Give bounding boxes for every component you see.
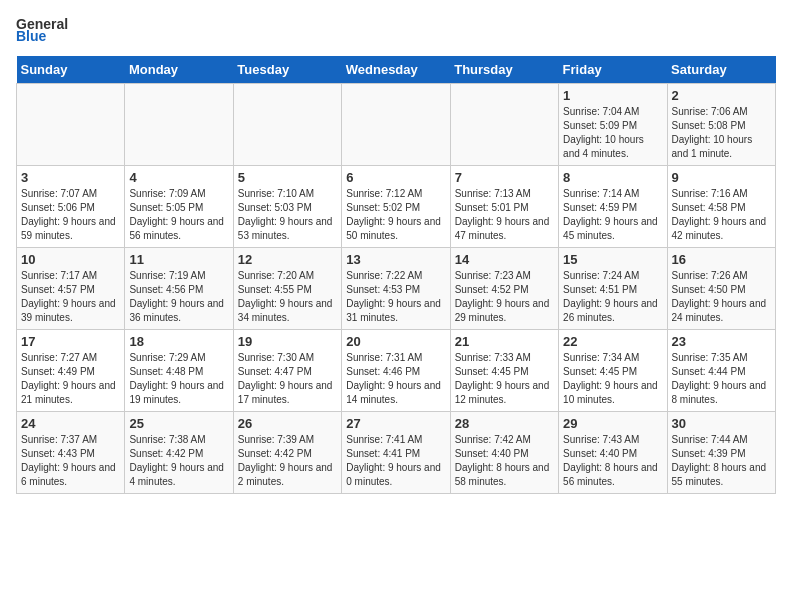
day-number: 1 [563, 88, 662, 103]
calendar-cell: 7Sunrise: 7:13 AM Sunset: 5:01 PM Daylig… [450, 166, 558, 248]
day-info: Sunrise: 7:31 AM Sunset: 4:46 PM Dayligh… [346, 351, 445, 407]
day-info: Sunrise: 7:09 AM Sunset: 5:05 PM Dayligh… [129, 187, 228, 243]
calendar-cell: 18Sunrise: 7:29 AM Sunset: 4:48 PM Dayli… [125, 330, 233, 412]
day-number: 8 [563, 170, 662, 185]
day-info: Sunrise: 7:19 AM Sunset: 4:56 PM Dayligh… [129, 269, 228, 325]
calendar-cell: 20Sunrise: 7:31 AM Sunset: 4:46 PM Dayli… [342, 330, 450, 412]
calendar: SundayMondayTuesdayWednesdayThursdayFrid… [16, 56, 776, 494]
calendar-cell: 15Sunrise: 7:24 AM Sunset: 4:51 PM Dayli… [559, 248, 667, 330]
calendar-cell: 9Sunrise: 7:16 AM Sunset: 4:58 PM Daylig… [667, 166, 775, 248]
day-info: Sunrise: 7:23 AM Sunset: 4:52 PM Dayligh… [455, 269, 554, 325]
day-info: Sunrise: 7:10 AM Sunset: 5:03 PM Dayligh… [238, 187, 337, 243]
day-info: Sunrise: 7:27 AM Sunset: 4:49 PM Dayligh… [21, 351, 120, 407]
calendar-cell: 3Sunrise: 7:07 AM Sunset: 5:06 PM Daylig… [17, 166, 125, 248]
day-info: Sunrise: 7:17 AM Sunset: 4:57 PM Dayligh… [21, 269, 120, 325]
calendar-cell: 11Sunrise: 7:19 AM Sunset: 4:56 PM Dayli… [125, 248, 233, 330]
day-info: Sunrise: 7:43 AM Sunset: 4:40 PM Dayligh… [563, 433, 662, 489]
calendar-cell: 23Sunrise: 7:35 AM Sunset: 4:44 PM Dayli… [667, 330, 775, 412]
day-number: 14 [455, 252, 554, 267]
day-number: 27 [346, 416, 445, 431]
day-number: 10 [21, 252, 120, 267]
day-header-tuesday: Tuesday [233, 56, 341, 84]
header: General Blue General Blue [16, 16, 776, 44]
day-info: Sunrise: 7:12 AM Sunset: 5:02 PM Dayligh… [346, 187, 445, 243]
logo: General Blue General Blue [16, 16, 68, 44]
week-row-4: 17Sunrise: 7:27 AM Sunset: 4:49 PM Dayli… [17, 330, 776, 412]
calendar-cell: 26Sunrise: 7:39 AM Sunset: 4:42 PM Dayli… [233, 412, 341, 494]
day-number: 11 [129, 252, 228, 267]
calendar-cell: 29Sunrise: 7:43 AM Sunset: 4:40 PM Dayli… [559, 412, 667, 494]
day-number: 23 [672, 334, 771, 349]
day-info: Sunrise: 7:20 AM Sunset: 4:55 PM Dayligh… [238, 269, 337, 325]
day-info: Sunrise: 7:06 AM Sunset: 5:08 PM Dayligh… [672, 105, 771, 161]
day-header-wednesday: Wednesday [342, 56, 450, 84]
day-header-friday: Friday [559, 56, 667, 84]
day-info: Sunrise: 7:16 AM Sunset: 4:58 PM Dayligh… [672, 187, 771, 243]
calendar-cell: 30Sunrise: 7:44 AM Sunset: 4:39 PM Dayli… [667, 412, 775, 494]
calendar-cell [233, 84, 341, 166]
day-header-thursday: Thursday [450, 56, 558, 84]
calendar-cell: 12Sunrise: 7:20 AM Sunset: 4:55 PM Dayli… [233, 248, 341, 330]
day-info: Sunrise: 7:34 AM Sunset: 4:45 PM Dayligh… [563, 351, 662, 407]
day-info: Sunrise: 7:07 AM Sunset: 5:06 PM Dayligh… [21, 187, 120, 243]
day-header-saturday: Saturday [667, 56, 775, 84]
day-info: Sunrise: 7:13 AM Sunset: 5:01 PM Dayligh… [455, 187, 554, 243]
day-info: Sunrise: 7:39 AM Sunset: 4:42 PM Dayligh… [238, 433, 337, 489]
day-info: Sunrise: 7:35 AM Sunset: 4:44 PM Dayligh… [672, 351, 771, 407]
day-info: Sunrise: 7:33 AM Sunset: 4:45 PM Dayligh… [455, 351, 554, 407]
calendar-cell: 16Sunrise: 7:26 AM Sunset: 4:50 PM Dayli… [667, 248, 775, 330]
calendar-cell: 6Sunrise: 7:12 AM Sunset: 5:02 PM Daylig… [342, 166, 450, 248]
day-number: 4 [129, 170, 228, 185]
day-number: 9 [672, 170, 771, 185]
day-number: 18 [129, 334, 228, 349]
day-number: 7 [455, 170, 554, 185]
week-row-3: 10Sunrise: 7:17 AM Sunset: 4:57 PM Dayli… [17, 248, 776, 330]
week-row-5: 24Sunrise: 7:37 AM Sunset: 4:43 PM Dayli… [17, 412, 776, 494]
calendar-cell [342, 84, 450, 166]
calendar-cell: 17Sunrise: 7:27 AM Sunset: 4:49 PM Dayli… [17, 330, 125, 412]
calendar-cell: 24Sunrise: 7:37 AM Sunset: 4:43 PM Dayli… [17, 412, 125, 494]
calendar-cell: 25Sunrise: 7:38 AM Sunset: 4:42 PM Dayli… [125, 412, 233, 494]
day-number: 21 [455, 334, 554, 349]
calendar-cell: 28Sunrise: 7:42 AM Sunset: 4:40 PM Dayli… [450, 412, 558, 494]
week-row-1: 1Sunrise: 7:04 AM Sunset: 5:09 PM Daylig… [17, 84, 776, 166]
day-number: 5 [238, 170, 337, 185]
calendar-cell: 1Sunrise: 7:04 AM Sunset: 5:09 PM Daylig… [559, 84, 667, 166]
day-info: Sunrise: 7:41 AM Sunset: 4:41 PM Dayligh… [346, 433, 445, 489]
calendar-cell: 10Sunrise: 7:17 AM Sunset: 4:57 PM Dayli… [17, 248, 125, 330]
day-number: 2 [672, 88, 771, 103]
calendar-cell [125, 84, 233, 166]
calendar-cell [450, 84, 558, 166]
calendar-cell: 13Sunrise: 7:22 AM Sunset: 4:53 PM Dayli… [342, 248, 450, 330]
day-number: 17 [21, 334, 120, 349]
day-number: 16 [672, 252, 771, 267]
calendar-cell: 8Sunrise: 7:14 AM Sunset: 4:59 PM Daylig… [559, 166, 667, 248]
day-header-monday: Monday [125, 56, 233, 84]
calendar-cell: 22Sunrise: 7:34 AM Sunset: 4:45 PM Dayli… [559, 330, 667, 412]
day-number: 29 [563, 416, 662, 431]
day-header-row: SundayMondayTuesdayWednesdayThursdayFrid… [17, 56, 776, 84]
day-number: 20 [346, 334, 445, 349]
day-number: 6 [346, 170, 445, 185]
day-number: 30 [672, 416, 771, 431]
day-number: 3 [21, 170, 120, 185]
calendar-cell: 2Sunrise: 7:06 AM Sunset: 5:08 PM Daylig… [667, 84, 775, 166]
calendar-cell: 19Sunrise: 7:30 AM Sunset: 4:47 PM Dayli… [233, 330, 341, 412]
calendar-cell: 21Sunrise: 7:33 AM Sunset: 4:45 PM Dayli… [450, 330, 558, 412]
day-info: Sunrise: 7:22 AM Sunset: 4:53 PM Dayligh… [346, 269, 445, 325]
week-row-2: 3Sunrise: 7:07 AM Sunset: 5:06 PM Daylig… [17, 166, 776, 248]
day-number: 26 [238, 416, 337, 431]
day-number: 12 [238, 252, 337, 267]
day-info: Sunrise: 7:04 AM Sunset: 5:09 PM Dayligh… [563, 105, 662, 161]
day-header-sunday: Sunday [17, 56, 125, 84]
day-number: 28 [455, 416, 554, 431]
day-info: Sunrise: 7:37 AM Sunset: 4:43 PM Dayligh… [21, 433, 120, 489]
calendar-cell [17, 84, 125, 166]
day-info: Sunrise: 7:30 AM Sunset: 4:47 PM Dayligh… [238, 351, 337, 407]
calendar-cell: 27Sunrise: 7:41 AM Sunset: 4:41 PM Dayli… [342, 412, 450, 494]
day-info: Sunrise: 7:24 AM Sunset: 4:51 PM Dayligh… [563, 269, 662, 325]
day-number: 15 [563, 252, 662, 267]
day-number: 19 [238, 334, 337, 349]
day-info: Sunrise: 7:44 AM Sunset: 4:39 PM Dayligh… [672, 433, 771, 489]
day-info: Sunrise: 7:29 AM Sunset: 4:48 PM Dayligh… [129, 351, 228, 407]
